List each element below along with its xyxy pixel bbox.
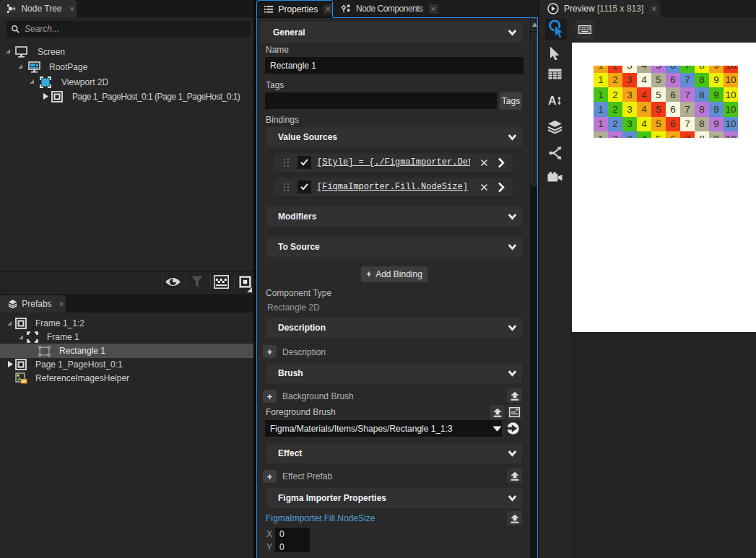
svg-text:A: A [548,95,557,107]
